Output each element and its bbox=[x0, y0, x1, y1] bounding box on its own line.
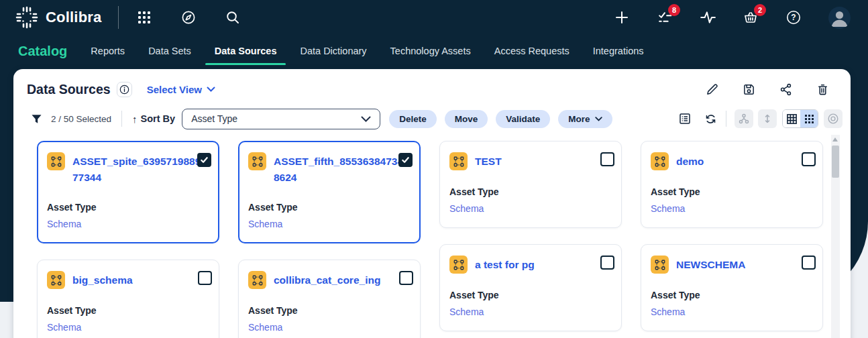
info-icon[interactable] bbox=[117, 82, 132, 97]
asset-type-value[interactable]: Schema bbox=[47, 322, 209, 333]
asset-type-label: Asset Type bbox=[248, 305, 411, 316]
asset-checkbox[interactable] bbox=[600, 152, 614, 166]
tile-view-button[interactable] bbox=[800, 110, 818, 127]
asset-checkbox[interactable] bbox=[600, 256, 614, 270]
save-icon[interactable] bbox=[742, 82, 755, 96]
check-icon bbox=[200, 156, 209, 164]
share-icon[interactable] bbox=[779, 82, 792, 96]
chevron-down-icon bbox=[595, 117, 602, 121]
scrollbar-thumb[interactable] bbox=[832, 146, 839, 178]
asset-type-label: Asset Type bbox=[449, 186, 612, 197]
scrollbar-up-arrow[interactable] bbox=[832, 137, 838, 142]
user-avatar[interactable] bbox=[828, 7, 851, 29]
asset-card[interactable]: a test for pg Asset Type Schema bbox=[439, 244, 622, 331]
page-title: Data Sources bbox=[27, 82, 111, 97]
sort-ascending-icon: ↑ bbox=[132, 113, 138, 125]
asset-card[interactable]: TEST Asset Type Schema bbox=[439, 141, 622, 228]
tab-data-dictionary[interactable]: Data Dictionary bbox=[299, 35, 368, 67]
app-title-catalog[interactable]: Catalog bbox=[18, 35, 67, 67]
asset-title-link[interactable]: big_schema bbox=[72, 271, 208, 288]
refresh-icon[interactable] bbox=[703, 111, 718, 126]
collibra-logo-icon bbox=[15, 5, 39, 30]
nav-divider bbox=[118, 6, 119, 29]
tab-technology-assets[interactable]: Technology Assets bbox=[389, 35, 472, 67]
asset-card[interactable]: NEWSCHEMA Asset Type Schema bbox=[641, 244, 823, 331]
move-button[interactable]: Move bbox=[445, 110, 488, 128]
tab-data-sets[interactable]: Data Sets bbox=[147, 35, 193, 67]
validate-button[interactable]: Validate bbox=[496, 110, 550, 128]
schema-asset-icon bbox=[248, 271, 266, 289]
schema-asset-icon bbox=[449, 256, 468, 274]
asset-type-value[interactable]: Schema bbox=[449, 203, 612, 214]
view-mode-switcher bbox=[782, 109, 818, 128]
schema-asset-icon bbox=[651, 152, 669, 170]
sort-by-label[interactable]: ↑ Sort By bbox=[132, 113, 175, 125]
tasks-icon[interactable]: 8 bbox=[657, 9, 673, 25]
help-icon[interactable]: ? bbox=[785, 9, 802, 25]
asset-type-value[interactable]: Schema bbox=[651, 203, 813, 214]
tab-integrations[interactable]: Integrations bbox=[592, 35, 645, 67]
asset-type-value[interactable]: Schema bbox=[248, 219, 411, 229]
tab-data-sources[interactable]: Data Sources bbox=[213, 35, 278, 67]
trash-icon[interactable] bbox=[816, 82, 829, 96]
help-glyph: ? bbox=[791, 13, 796, 22]
top-navbar: Collibra bbox=[0, 0, 868, 35]
asset-checkbox[interactable] bbox=[802, 256, 816, 270]
asset-checkbox[interactable] bbox=[197, 153, 211, 167]
apps-waffle-icon[interactable] bbox=[136, 9, 152, 25]
preview-eye-button[interactable] bbox=[824, 109, 843, 128]
chevron-down-icon bbox=[207, 87, 215, 92]
sort-field-select[interactable]: Asset Type bbox=[182, 109, 380, 129]
delete-button[interactable]: Delete bbox=[389, 110, 437, 128]
brand-name: Collibra bbox=[46, 9, 102, 26]
asset-title-link[interactable]: demo bbox=[676, 152, 812, 170]
asset-type-label: Asset Type bbox=[651, 186, 813, 197]
catalog-subnav: Catalog Reports Data Sets Data Sources D… bbox=[0, 35, 868, 67]
select-view-dropdown[interactable]: Select View bbox=[147, 84, 215, 95]
search-icon[interactable] bbox=[225, 9, 241, 25]
edit-pencil-icon[interactable] bbox=[705, 82, 718, 96]
tab-reports[interactable]: Reports bbox=[89, 35, 126, 67]
schema-asset-icon bbox=[248, 152, 266, 170]
asset-title-link[interactable]: NEWSCHEMA bbox=[676, 256, 812, 273]
asset-checkbox[interactable] bbox=[398, 153, 413, 167]
asset-card[interactable]: collibra_cat_core_ing Asset Type Schema bbox=[238, 260, 421, 338]
asset-title-link[interactable]: TEST bbox=[475, 152, 610, 170]
asset-title-link[interactable]: ASSET_spite_6395719889977344 bbox=[72, 152, 208, 186]
schema-asset-icon bbox=[47, 152, 65, 170]
asset-type-value[interactable]: Schema bbox=[248, 322, 411, 333]
basket-badge: 2 bbox=[754, 4, 766, 16]
asset-type-label: Asset Type bbox=[47, 305, 209, 316]
asset-card[interactable]: big_schema Asset Type Schema bbox=[37, 260, 219, 338]
data-sources-panel: Data Sources Select View bbox=[13, 69, 851, 338]
asset-type-value[interactable]: Schema bbox=[449, 306, 612, 317]
asset-title-link[interactable]: a test for pg bbox=[475, 256, 610, 273]
more-button[interactable]: More bbox=[558, 110, 612, 128]
asset-card-grid: ASSET_spite_6395719889977344 Asset Type … bbox=[13, 141, 851, 338]
basket-icon[interactable]: 2 bbox=[743, 9, 759, 25]
collibra-logo[interactable]: Collibra bbox=[15, 5, 102, 30]
browse-compass-icon[interactable] bbox=[180, 9, 197, 25]
tasks-badge: 8 bbox=[668, 4, 680, 16]
add-plus-icon[interactable] bbox=[614, 9, 630, 25]
asset-checkbox[interactable] bbox=[802, 152, 816, 166]
asset-checkbox[interactable] bbox=[399, 271, 413, 285]
asset-card[interactable]: demo Asset Type Schema bbox=[641, 141, 823, 228]
asset-type-label: Asset Type bbox=[449, 290, 612, 300]
asset-type-value[interactable]: Schema bbox=[47, 219, 209, 229]
asset-type-value[interactable]: Schema bbox=[651, 306, 813, 317]
asset-title-link[interactable]: ASSET_fifth_8553638473498624 bbox=[274, 152, 409, 186]
tab-access-requests[interactable]: Access Requests bbox=[493, 35, 571, 67]
row-height-button[interactable] bbox=[758, 109, 777, 128]
activity-pulse-icon[interactable] bbox=[700, 9, 716, 25]
asset-checkbox[interactable] bbox=[198, 271, 212, 285]
asset-card[interactable]: ASSET_fifth_8553638473498624 Asset Type … bbox=[238, 141, 421, 243]
table-view-button[interactable] bbox=[783, 110, 800, 127]
hierarchy-view-button[interactable] bbox=[735, 109, 753, 128]
report-list-icon[interactable] bbox=[677, 111, 692, 126]
filter-icon[interactable] bbox=[30, 113, 42, 125]
vertical-scrollbar[interactable] bbox=[831, 135, 840, 338]
asset-title-link[interactable]: collibra_cat_core_ing bbox=[274, 271, 409, 288]
asset-card[interactable]: ASSET_spite_6395719889977344 Asset Type … bbox=[37, 141, 219, 243]
asset-type-label: Asset Type bbox=[248, 202, 411, 213]
